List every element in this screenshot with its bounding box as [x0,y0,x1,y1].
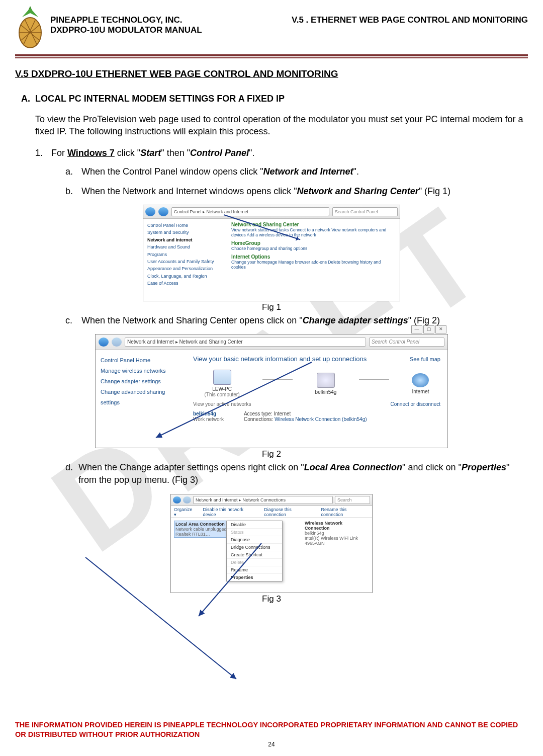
maximize-button-icon[interactable]: ▢ [423,325,434,333]
ctx-diagnose[interactable]: Diagnose [227,536,282,544]
local-area-connection-label: Local Area Connection [304,462,402,472]
search-input[interactable]: Search Control Panel [369,338,444,347]
sidebar-item[interactable]: User Accounts and Family Safety [147,258,223,265]
homegroup-link[interactable]: HomeGroup [231,240,396,246]
ctx-bridge[interactable]: Bridge Connections [227,544,282,551]
router-icon [317,373,335,388]
network-name-link[interactable]: belkin54g [193,411,224,416]
subsection-letter: A. [21,94,35,104]
fig2-titlebar: Network and Internet ▸ Network and Shari… [96,334,447,350]
figure-1: Control Panel ▸ Network and Internet Sea… [15,205,528,312]
back-button-icon[interactable] [99,338,109,347]
sidebar-item[interactable]: Change advanced sharing settings [101,387,181,408]
text: " then " [161,148,190,158]
organize-menu[interactable]: Organize ▾ [174,507,196,516]
address-bar[interactable]: Control Panel ▸ Network and Internet [171,207,329,216]
internet-node: Internet [412,373,429,394]
figure-2: — ▢ ✕ Network and Internet ▸ Network and… [15,334,528,459]
homegroup-desc: Choose homegroup and sharing options [231,246,396,251]
ctx-status: Status [227,529,282,536]
intro-paragraph: To view the ProTelevision web page used … [35,113,528,138]
text: When the Network and Sharing Center open… [81,315,303,325]
sidebar-item[interactable]: Ease of Access [147,280,223,287]
rename-button[interactable]: Rename this connection [321,507,369,516]
page-number: 24 [15,741,528,748]
sidebar-item-change-adapter[interactable]: Change adapter settings [101,376,181,387]
globe-icon [412,373,429,387]
fig3-caption: Fig 3 [262,594,281,604]
sidebar-item[interactable]: Clock, Language, and Region [147,273,223,280]
connection-name: Local Area Connection [175,522,233,527]
active-networks-label: View your active networks [193,401,251,407]
connection-name: Wireless Network Connection [305,521,365,531]
address-bar[interactable]: Network and Internet ▸ Network and Shari… [125,338,366,347]
sidebar-item[interactable]: Control Panel Home [147,222,223,229]
properties-label: Properties [462,462,506,472]
sidebar-item[interactable]: Appearance and Personalization [147,265,223,272]
ctx-rename[interactable]: Rename [227,566,282,574]
ctx-disable[interactable]: Disable [227,521,282,529]
search-input[interactable]: Search [335,496,370,504]
os-name: Windows 7 [67,148,115,158]
pc-node: LEW-PC (This computer) [205,370,240,397]
forward-button-icon[interactable] [158,207,168,216]
manual-title: DXDPRO-10U MODULATOR MANUAL [50,25,202,35]
proprietary-notice: THE INFORMATION PROVIDED HEREIN IS PINEA… [15,720,528,740]
text: " (Fig 2) [408,315,440,325]
see-full-map-link[interactable]: See full map [410,356,440,362]
address-bar[interactable]: Network and Internet ▸ Network Connectio… [193,496,333,504]
header-section-ref: V.5 . ETHERNET WEB PAGE CONTROL AND MONI… [292,15,528,35]
forward-button-icon[interactable] [112,338,122,347]
ctx-properties[interactable]: Properties [227,574,282,581]
computer-icon [213,370,231,385]
connection-adapter: Realtek RTL81… [175,532,233,537]
subsection-heading: A. LOCAL PC INTERNAL MODEM SETTINGS FOR … [21,94,528,104]
internet-options-link[interactable]: Internet Options [231,254,396,260]
sidebar-item[interactable]: Hardware and Sound [147,243,223,250]
header-divider [15,54,528,58]
close-button-icon[interactable]: ✕ [435,325,446,333]
sidebar-item[interactable]: Control Panel Home [101,355,181,366]
fig3-toolbar: Organize ▾ Disable this network device D… [171,506,372,518]
fig2-sidebar: Control Panel Home Manage wireless netwo… [96,350,186,448]
change-adapter-settings-label: Change adapter settings [303,315,408,325]
connection-line-icon [262,379,293,380]
forward-button-icon[interactable] [183,496,191,503]
ctx-shortcut[interactable]: Create Shortcut [227,551,282,559]
pineapple-logo-icon [15,5,45,50]
substep-d: d. When the Change adapter settings open… [65,461,528,486]
connection-line-icon [359,379,389,380]
text: When the Network and Internet windows op… [81,186,297,196]
fig2-window: — ▢ ✕ Network and Internet ▸ Network and… [95,334,448,448]
text: When the Control Panel window opens clic… [81,166,263,177]
search-input[interactable]: Search Control Panel [332,207,398,216]
local-area-connection-item[interactable]: Local Area Connection Network cable unpl… [174,521,234,546]
connections-label: Connections: [244,416,273,422]
substep-c: c. When the Network and Sharing Center o… [65,314,528,327]
active-network-row: belkin54g Work network Access type: Inte… [193,411,440,422]
fig3-window: Network and Internet ▸ Network Connectio… [170,494,373,593]
text: click " [115,148,140,158]
sidebar-item[interactable]: Manage wireless networks [101,366,181,376]
connect-disconnect-link[interactable]: Connect or disconnect [390,401,440,407]
back-button-icon[interactable] [173,496,181,503]
ctx-delete: Delete [227,559,282,566]
minimize-button-icon[interactable]: — [411,325,422,333]
fig1-sidebar: Control Panel Home System and Security N… [143,219,227,301]
sidebar-item[interactable]: System and Security [147,229,223,236]
page-header: PINEAPPLE TECHNOLOGY, INC. DXDPRO-10U MO… [15,15,528,50]
network-and-internet-label: Network and Internet [263,166,353,177]
control-panel-label: Control Panel [190,148,249,158]
sidebar-item-selected[interactable]: Network and Internet [147,236,223,243]
network-type: Work network [193,416,224,422]
substep-b: b. When the Network and Internet windows… [65,185,528,198]
sidebar-item[interactable]: Programs [147,251,223,258]
disable-device-button[interactable]: Disable this network device [203,507,257,516]
wireless-connection-item[interactable]: Wireless Network Connection belkin54g In… [305,521,365,546]
router-node: belkin54g [315,373,337,395]
network-sharing-center-label: Network and Sharing Center [297,186,419,196]
back-button-icon[interactable] [145,207,155,216]
connection-link[interactable]: Wireless Network Connection (belkin54g) [275,416,367,422]
diagnose-button[interactable]: Diagnose this connection [264,507,314,516]
network-map: LEW-PC (This computer) belkin54g [193,370,440,397]
